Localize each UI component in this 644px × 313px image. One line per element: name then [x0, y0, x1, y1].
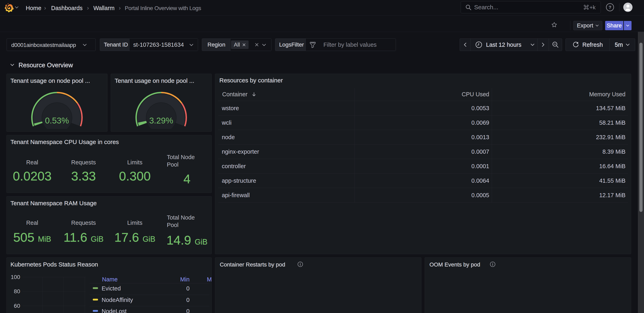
svg-text:3.29%: 3.29% — [149, 116, 173, 125]
svg-text:?: ? — [608, 5, 611, 10]
svg-text:0.53%: 0.53% — [45, 116, 69, 125]
